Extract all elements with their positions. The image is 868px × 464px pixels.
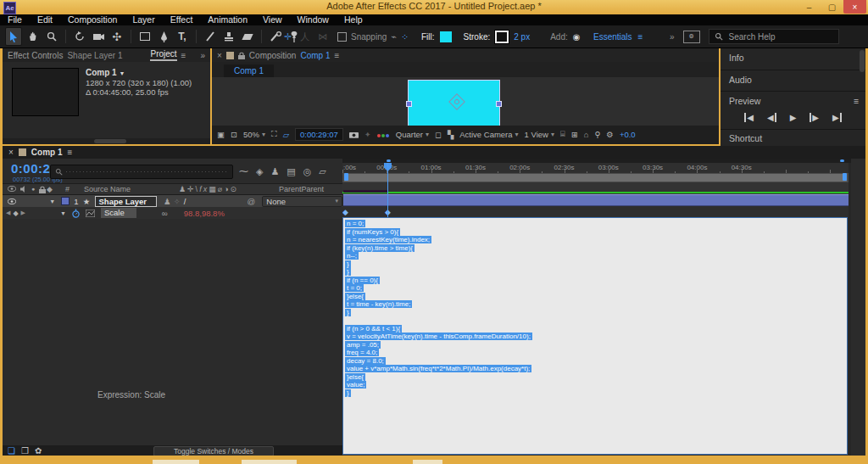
- expression-line[interactable]: [345, 316, 847, 325]
- comp-thumbnail[interactable]: [12, 68, 79, 116]
- link-dimensions-icon[interactable]: ∞: [162, 209, 184, 218]
- clone-stamp-tool[interactable]: [221, 28, 236, 45]
- resolution-dropdown[interactable]: Quarter▾: [396, 130, 429, 139]
- hand-tool[interactable]: [25, 28, 41, 45]
- expression-line[interactable]: v = velocityAtTime(key(n).time - thisCom…: [345, 333, 847, 341]
- timeline-vscrollbar[interactable]: ▲: [849, 163, 851, 456]
- comp-flowchart-icon[interactable]: ⚲: [594, 130, 600, 139]
- motion-blur-icon[interactable]: ◎: [303, 166, 312, 177]
- menu-file[interactable]: File: [0, 14, 30, 25]
- menu-effect[interactable]: Effect: [163, 14, 201, 25]
- layer-label-chip[interactable]: [61, 197, 70, 205]
- project-hscrollbar[interactable]: [3, 138, 210, 144]
- expression-line[interactable]: }: [345, 309, 847, 317]
- composition-viewer[interactable]: [212, 77, 719, 126]
- work-area-start-handle[interactable]: [344, 173, 348, 181]
- tab-effect-controls[interactable]: Effect Controls: [8, 51, 63, 60]
- minimize-button[interactable]: –: [798, 0, 821, 14]
- safe-margins-icon[interactable]: ▱: [283, 130, 289, 139]
- maximize-button[interactable]: ▢: [821, 0, 843, 14]
- expression-line[interactable]: n = nearestKey(time).index;: [345, 236, 847, 244]
- channel-icon[interactable]: [377, 130, 390, 139]
- expression-line[interactable]: freq = 4.0;: [345, 349, 847, 357]
- expression-graph-icon[interactable]: [86, 210, 101, 217]
- titlebar[interactable]: Ae Adobe After Effects CC 2017 - Untitle…: [0, 0, 868, 14]
- info-panel[interactable]: Info: [721, 48, 865, 70]
- viewer-timecode[interactable]: 0:00:29:07: [295, 128, 343, 141]
- expression-line[interactable]: value + v*amp*Math.sin(freq*t*2*Math.PI)…: [345, 365, 847, 373]
- expression-line[interactable]: n = 0;: [345, 220, 847, 228]
- roto-brush-tool[interactable]: [268, 28, 283, 45]
- composition-panel-menu-icon[interactable]: ≡: [334, 51, 339, 60]
- graph-editor-icon[interactable]: ▱: [319, 166, 326, 177]
- snapshot-camera-icon[interactable]: [349, 131, 359, 138]
- preview-panel-label[interactable]: Preview: [729, 96, 760, 106]
- next-frame-button[interactable]: ▶: [810, 113, 819, 122]
- close-button[interactable]: ×: [843, 0, 866, 14]
- menu-view[interactable]: View: [255, 14, 290, 25]
- comp-name-caret-icon[interactable]: ▼: [119, 70, 125, 76]
- expand-transfer-icon[interactable]: ❐: [21, 446, 29, 456]
- expression-line[interactable]: value;: [345, 381, 847, 389]
- workspace-menu-icon[interactable]: ≡: [638, 32, 643, 42]
- expand-layer-switches-icon[interactable]: ❏: [8, 446, 15, 456]
- always-preview-icon[interactable]: ▣: [217, 130, 225, 139]
- overflow-chevrons[interactable]: »: [670, 32, 675, 42]
- pen-tool[interactable]: [156, 28, 171, 45]
- layer-row[interactable]: ▼ 1 ★ Shape Layer 1 ♟ ✧ / @ None▾: [3, 195, 342, 207]
- share-view-icon[interactable]: ⌸: [560, 129, 565, 139]
- stroke-color-swatch[interactable]: [495, 31, 509, 43]
- workspace-switcher-icon[interactable]: ⚙: [683, 31, 700, 43]
- selection-tool[interactable]: [5, 27, 22, 46]
- next-keyframe-icon[interactable]: ▶: [21, 210, 25, 217]
- exposure-value[interactable]: +0.0: [620, 130, 636, 139]
- main-display-icon[interactable]: ⊡: [231, 130, 237, 139]
- anchor-point-icon[interactable]: [448, 93, 465, 110]
- audio-panel-label[interactable]: Audio: [721, 70, 865, 85]
- lock-icon[interactable]: [238, 52, 245, 59]
- project-panel-overflow-icon[interactable]: »: [200, 51, 205, 60]
- expression-line[interactable]: }else{: [345, 293, 847, 301]
- snap-angle-icon[interactable]: ⌁: [391, 31, 397, 42]
- timeline-menu-icon[interactable]: ≡: [68, 148, 73, 157]
- layer-duration-bar[interactable]: [343, 194, 849, 206]
- expression-line[interactable]: }: [345, 268, 847, 277]
- zoom-tool[interactable]: [44, 28, 59, 45]
- view-layout-dropdown[interactable]: 1 View▾: [525, 130, 554, 139]
- expand-inout-icon[interactable]: ✿: [35, 446, 42, 456]
- panel-close-icon[interactable]: ×: [217, 51, 222, 60]
- shortcut-panel-label[interactable]: Shortcut: [721, 130, 865, 143]
- composition-panel-comp-name[interactable]: Comp 1: [300, 51, 330, 60]
- frame-blending-icon[interactable]: ▤: [287, 166, 295, 177]
- property-expand-arrow[interactable]: ▼: [60, 210, 72, 216]
- prev-keyframe-icon[interactable]: ◀: [6, 210, 10, 217]
- expression-line[interactable]: decay = 8.0;: [345, 357, 847, 366]
- expression-line[interactable]: t = 0;: [345, 284, 847, 293]
- work-area[interactable]: [342, 173, 849, 182]
- transparency-grid-icon[interactable]: ▚: [448, 130, 453, 139]
- expression-editor[interactable]: n = 0;if (numKeys > 0){n = nearestKey(ti…: [342, 217, 848, 455]
- keyframe-diamond[interactable]: ◆: [342, 208, 348, 216]
- help-search-input[interactable]: [727, 31, 832, 42]
- pan-behind-tool[interactable]: ✣: [109, 28, 125, 45]
- stroke-width[interactable]: 2 px: [514, 32, 530, 42]
- layer-name[interactable]: Shape Layer 1: [95, 196, 157, 207]
- property-name[interactable]: Scale: [101, 208, 136, 218]
- parent-pickwhip-icon[interactable]: @: [248, 197, 263, 206]
- shortcut-panel[interactable]: Shortcut: [721, 130, 865, 146]
- first-frame-button[interactable]: ◀: [744, 113, 754, 122]
- snapping-checkbox[interactable]: [337, 32, 347, 42]
- work-area-bar[interactable]: [344, 174, 847, 182]
- type-tool[interactable]: T,: [175, 28, 190, 45]
- timeline-tab[interactable]: Comp 1: [31, 148, 63, 157]
- tab-project[interactable]: Project: [150, 49, 176, 61]
- expression-line[interactable]: amp = .05;: [345, 341, 847, 349]
- parent-dropdown[interactable]: None▾: [262, 196, 342, 207]
- info-panel-label[interactable]: Info: [721, 48, 865, 63]
- menu-edit[interactable]: Edit: [30, 14, 60, 25]
- add-shape-icon[interactable]: ◉: [573, 32, 581, 42]
- expression-line[interactable]: t = time - key(n).time;: [345, 300, 847, 309]
- menu-help[interactable]: Help: [337, 14, 370, 25]
- handle-left[interactable]: [406, 101, 412, 107]
- menu-composition[interactable]: Composition: [60, 14, 125, 25]
